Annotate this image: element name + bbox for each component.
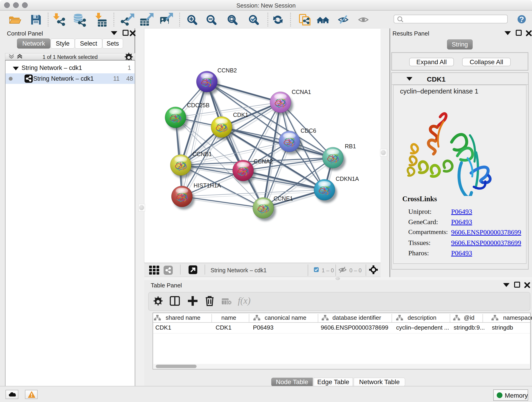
svg-text:RB1: RB1 <box>345 143 356 149</box>
svg-text:CCNA2: CCNA2 <box>254 158 273 165</box>
svg-text:CCNE1: CCNE1 <box>273 195 293 202</box>
svg-text:CCNB2: CCNB2 <box>217 67 237 74</box>
svg-text:HIST1H1A: HIST1H1A <box>194 182 221 189</box>
svg-text:CCNB1: CCNB1 <box>192 151 212 157</box>
svg-text:CDKN1A: CDKN1A <box>336 176 359 182</box>
svg-text:CDC6: CDC6 <box>301 128 316 134</box>
svg-text:CDC25B: CDC25B <box>187 102 210 108</box>
svg-text:?: ? <box>519 15 524 24</box>
svg-text:CDK1: CDK1 <box>233 112 248 118</box>
svg-text:CCNA1: CCNA1 <box>292 89 311 95</box>
